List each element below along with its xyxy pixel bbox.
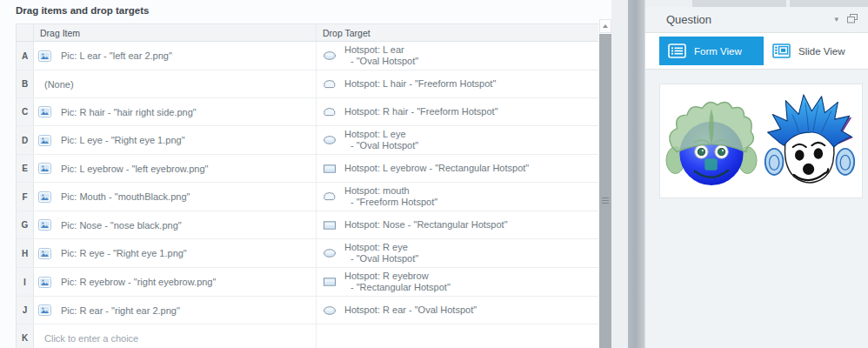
restore-window-icon[interactable] bbox=[847, 13, 858, 26]
row-letter: G bbox=[17, 211, 34, 238]
table-row-H: H Pic: R eye - "Right eye 1.png" Hotspot… bbox=[17, 239, 598, 268]
table-body: A Pic: L ear - "left ear 2.png" Hotspot:… bbox=[17, 42, 598, 348]
oval-icon bbox=[323, 305, 337, 316]
picture-icon bbox=[38, 191, 51, 203]
picture-icon bbox=[38, 248, 51, 259]
row-letter: I bbox=[17, 268, 34, 296]
row-letter: A bbox=[17, 42, 34, 70]
drop-target-text: Hotspot: L ear- "Oval Hotspot" bbox=[344, 44, 418, 67]
view-tabbar: Form View Slide View bbox=[645, 33, 868, 70]
drag-item-text: Pic: Nose - "nose black.png" bbox=[61, 220, 182, 231]
chevron-down-icon[interactable]: ▾ bbox=[834, 16, 838, 23]
drag-item-cell[interactable]: Pic: R ear - "right ear 2.png" bbox=[34, 297, 317, 324]
table-row-D: D Pic: L eye - "Right eye 1.png" Hotspot… bbox=[17, 126, 598, 155]
scroll-up-icon bbox=[603, 24, 608, 28]
row-letter: K bbox=[17, 325, 34, 348]
oval-icon bbox=[323, 135, 337, 145]
drop-target-cell[interactable]: Hotspot: L eye- "Oval Hotspot" bbox=[317, 126, 598, 154]
rectangle-icon bbox=[323, 220, 337, 231]
drop-target-cell[interactable]: Hotspot: R ear - "Oval Hotspot" bbox=[317, 297, 598, 324]
drop-target-cell[interactable]: Hotspot: L eyebrow - "Rectangular Hotspo… bbox=[317, 155, 598, 182]
table-scrollbar[interactable] bbox=[599, 19, 611, 348]
drop-target-text: Hotspot: mouth- "Freeform Hotspot" bbox=[344, 185, 437, 208]
question-panel-header: Question ▾ bbox=[645, 7, 868, 33]
drag-item-cell[interactable]: Pic: L ear - "left ear 2.png" bbox=[34, 42, 317, 70]
drag-item-text: Pic: R eyebrow - "right eyebrow.png" bbox=[61, 277, 216, 287]
drop-target-text: Hotspot: R ear - "Oval Hotspot" bbox=[344, 304, 477, 316]
scrollbar-thumb[interactable] bbox=[599, 34, 611, 348]
table-row-E: E Pic: L eyebrow - "left eyebrow.png" Ho… bbox=[17, 155, 598, 183]
blue-hair-face-image bbox=[763, 89, 857, 193]
scrollbar-up-button[interactable] bbox=[599, 19, 611, 33]
picture-icon bbox=[38, 277, 51, 288]
pane-gap bbox=[611, 0, 628, 348]
form-view-icon bbox=[668, 44, 686, 58]
drop-target-cell[interactable]: Hotspot: R hair - "Freeform Hotspot" bbox=[317, 98, 598, 125]
drop-target-text: Hotspot: R eye- "Oval Hotspot" bbox=[344, 242, 418, 264]
drag-item-cell[interactable]: Click to enter a choice bbox=[34, 325, 317, 348]
question-panel-content bbox=[645, 70, 868, 348]
drop-target-cell[interactable]: Hotspot: mouth- "Freeform Hotspot" bbox=[317, 183, 598, 211]
drop-target-cell[interactable]: Hotspot: R eyebrow- "Rectangular Hotspot… bbox=[317, 268, 598, 296]
oval-icon bbox=[323, 248, 337, 258]
question-preview-image[interactable] bbox=[659, 84, 863, 198]
table-row-K: KClick to enter a choice bbox=[17, 325, 598, 348]
tab-slide-view-label: Slide View bbox=[798, 46, 845, 57]
drag-item-cell[interactable]: Pic: R hair - "hair right side.png" bbox=[34, 98, 317, 125]
rectangle-icon bbox=[323, 277, 337, 287]
column-header-drag-item: Drag Item bbox=[34, 24, 317, 41]
drop-target-cell[interactable]: Hotspot: R eye- "Oval Hotspot" bbox=[317, 239, 598, 267]
row-letter: E bbox=[17, 155, 34, 182]
drop-target-text: Hotspot: Nose - "Rectangular Hotspot" bbox=[344, 219, 508, 231]
drag-item-cell[interactable]: Pic: L eye - "Right eye 1.png" bbox=[34, 126, 317, 154]
table-row-J: J Pic: R ear - "right ear 2.png" Hotspot… bbox=[17, 297, 598, 325]
drop-target-cell[interactable] bbox=[317, 325, 598, 348]
drag-item-text: Pic: R hair - "hair right side.png" bbox=[61, 107, 197, 117]
table-row-F: F Pic: Mouth - "mouthBlack.png" Hotspot:… bbox=[17, 183, 598, 211]
table-row-B: B(None) Hotspot: L hair - "Freeform Hots… bbox=[17, 70, 598, 98]
drop-target-text: Hotspot: L eye- "Oval Hotspot" bbox=[344, 129, 418, 151]
drag-item-text: Pic: R eye - "Right eye 1.png" bbox=[61, 248, 187, 258]
table-header-row: Drag Item Drop Target bbox=[17, 24, 598, 42]
picture-icon bbox=[38, 135, 51, 146]
drop-target-cell[interactable]: Hotspot: L ear- "Oval Hotspot" bbox=[317, 42, 598, 70]
scrollbar-grip-icon bbox=[602, 197, 609, 204]
row-letter: C bbox=[17, 98, 34, 125]
tab-slide-view[interactable]: Slide View bbox=[764, 37, 868, 65]
picture-icon bbox=[38, 50, 51, 62]
picture-icon bbox=[38, 106, 51, 117]
freeform-icon bbox=[323, 79, 337, 90]
row-letter: F bbox=[17, 183, 34, 211]
column-header-drop-target: Drop Target bbox=[317, 24, 598, 41]
slide-view-icon bbox=[772, 44, 791, 58]
drag-item-cell[interactable]: (None) bbox=[34, 70, 317, 97]
top-tab-edge bbox=[790, 0, 868, 7]
page-title: Drag items and drop targets bbox=[16, 5, 149, 16]
panel-top-strip bbox=[645, 0, 868, 7]
row-letter: B bbox=[17, 70, 34, 97]
drag-item-cell[interactable]: Pic: Mouth - "mouthBlack.png" bbox=[34, 183, 317, 211]
row-letter: J bbox=[17, 297, 34, 324]
row-letter: D bbox=[17, 126, 34, 154]
drag-item-text: Pic: L eye - "Right eye 1.png" bbox=[61, 135, 185, 145]
drop-target-cell[interactable]: Hotspot: Nose - "Rectangular Hotspot" bbox=[317, 211, 598, 238]
picture-icon bbox=[38, 304, 51, 316]
pane-splitter[interactable] bbox=[628, 0, 644, 348]
new-choice-placeholder: Click to enter a choice bbox=[37, 333, 138, 344]
picture-icon bbox=[38, 163, 51, 174]
panel-title: Question bbox=[666, 13, 711, 26]
drop-target-cell[interactable]: Hotspot: L hair - "Freeform Hotspot" bbox=[317, 70, 598, 97]
drop-target-text: Hotspot: L hair - "Freeform Hotspot" bbox=[344, 78, 496, 90]
picture-icon bbox=[38, 219, 51, 231]
drag-item-text: Pic: R ear - "right ear 2.png" bbox=[61, 305, 180, 316]
drop-target-text: Hotspot: R eyebrow- "Rectangular Hotspot… bbox=[344, 271, 451, 293]
drag-drop-table: Drag Item Drop Target A Pic: L ear - "le… bbox=[16, 23, 598, 348]
drag-item-cell[interactable]: Pic: L eyebrow - "left eyebrow.png" bbox=[34, 155, 317, 182]
drag-item-cell[interactable]: Pic: R eyebrow - "right eyebrow.png" bbox=[34, 268, 317, 296]
drag-item-cell[interactable]: Pic: R eye - "Right eye 1.png" bbox=[34, 239, 317, 267]
drop-target-text: Hotspot: L eyebrow - "Rectangular Hotspo… bbox=[344, 163, 529, 174]
drag-item-text: Pic: Mouth - "mouthBlack.png" bbox=[61, 191, 190, 202]
drag-item-cell[interactable]: Pic: Nose - "nose black.png" bbox=[34, 211, 317, 238]
tab-form-view[interactable]: Form View bbox=[659, 37, 764, 65]
freeform-icon bbox=[323, 107, 337, 117]
